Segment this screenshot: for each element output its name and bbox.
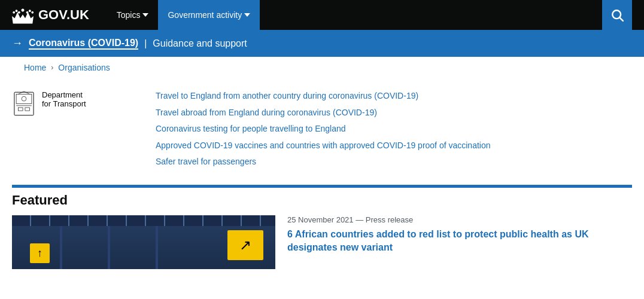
dept-name-line2: for Transport [42, 99, 86, 108]
featured-image-inner: ↑ ↗ [12, 215, 275, 269]
breadcrumb: Home › Organisations [12, 57, 632, 78]
svg-point-4 [22, 96, 26, 101]
gov-logo-text: GOV.UK [38, 7, 89, 23]
dept-name: Department for Transport [42, 90, 86, 108]
nav-government-activity[interactable]: Government activity [158, 0, 260, 30]
link-approved-vaccines[interactable]: Approved COVID-19 vaccines and countries… [156, 140, 632, 152]
pillar-center [108, 226, 110, 269]
gov-logo[interactable]: GOV.UK [12, 5, 89, 25]
search-button[interactable] [602, 0, 632, 30]
svg-line-1 [619, 17, 623, 21]
two-col-layout: Department for Transport Travel to Engla… [12, 78, 632, 173]
crown-icon [12, 5, 34, 25]
featured-title: Featured [12, 193, 632, 208]
featured-article: 25 November 2021 — Press release 6 Afric… [287, 215, 632, 269]
featured-image: ↑ ↗ [12, 215, 275, 269]
quick-links: Travel to England from another country d… [156, 84, 632, 168]
right-content: Travel to England from another country d… [144, 78, 632, 173]
covid-banner-link[interactable]: Coronavirus (COVID-19) [29, 38, 138, 50]
arrow-up-icon: ↑ [37, 247, 42, 260]
banner-support-text: Guidance and support [153, 38, 247, 49]
featured-article-title[interactable]: 6 African countries added to red list to… [287, 229, 588, 252]
airport-sign: ↑ [30, 243, 50, 263]
svg-rect-3 [16, 94, 32, 103]
dept-name-line1: Department [42, 90, 86, 99]
featured-type: Press release [366, 215, 413, 224]
nav-topics[interactable]: Topics [107, 0, 159, 30]
link-coronavirus-testing[interactable]: Coronavirus testing for people travellin… [156, 123, 632, 135]
gov-activity-chevron-icon [244, 13, 250, 17]
banner-divider: | [144, 38, 147, 49]
topics-chevron-icon [142, 13, 148, 17]
breadcrumb-organisations[interactable]: Organisations [58, 63, 110, 72]
department-logo: Department for Transport [12, 84, 144, 123]
pillar-left [60, 226, 62, 269]
left-sidebar: Department for Transport [12, 78, 144, 173]
nav-topics-label: Topics [117, 10, 141, 20]
link-travel-abroad[interactable]: Travel abroad from England during corona… [156, 107, 632, 119]
link-travel-to-england[interactable]: Travel to England from another country d… [156, 90, 632, 102]
content-area: Home › Organisations [0, 57, 644, 269]
svg-rect-7 [25, 108, 30, 111]
breadcrumb-home[interactable]: Home [24, 63, 46, 72]
link-safer-travel[interactable]: Safer travel for passengers [156, 156, 632, 168]
pillar-right [156, 226, 158, 269]
covid-banner: → Coronavirus (COVID-19) | Guidance and … [0, 30, 644, 57]
breadcrumb-chevron-icon: › [51, 63, 53, 72]
banner-arrow-icon: → [12, 37, 23, 50]
sign-right: ↗ [227, 230, 263, 260]
search-icon [610, 8, 624, 22]
nav-gov-activity-label: Government activity [168, 10, 242, 20]
featured-article-meta: 25 November 2021 — Press release [287, 215, 632, 224]
site-header: GOV.UK Topics Government activity [0, 0, 644, 30]
ceiling-lights [12, 215, 275, 227]
featured-date: 25 November 2021 [287, 215, 354, 224]
svg-rect-6 [18, 108, 23, 111]
featured-bar: Featured [12, 185, 632, 208]
featured-content: ↑ ↗ 25 November 2021 — Press release [12, 215, 632, 269]
featured-section: Featured ↑ [12, 185, 632, 269]
page-wrapper: GOV.UK Topics Government activity → Coro… [0, 0, 644, 299]
main-nav: Topics Government activity [107, 0, 602, 30]
featured-date-sep: — [356, 215, 363, 224]
dept-crest-icon [12, 90, 36, 117]
